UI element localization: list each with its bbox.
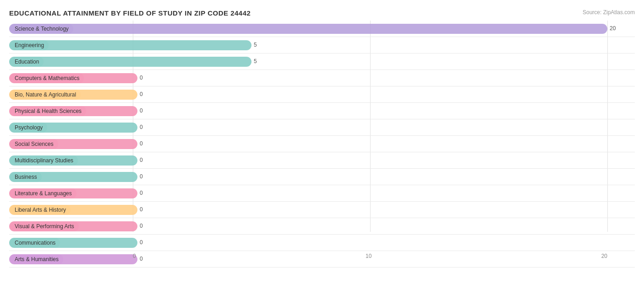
bar-row: Multidisciplinary Studies0 (9, 152, 635, 169)
chart-container: EDUCATIONAL ATTAINMENT BY FIELD OF STUDY… (0, 0, 644, 289)
x-axis-labels: 01020 (9, 253, 635, 259)
x-axis: 01020 (9, 246, 635, 259)
bar-row: Computers & Mathematics0 (9, 70, 635, 86)
bar-row: Science & Technology20 (9, 21, 635, 37)
bar-label: Communications (10, 238, 60, 248)
bar-label: Arts & Humanities (10, 254, 63, 264)
bar-label: Education (10, 57, 44, 67)
chart-source: Source: ZipAtlas.com (583, 9, 635, 16)
x-axis-label: 0 (133, 253, 136, 259)
bar-label: Literature & Languages (10, 188, 76, 198)
bar-value: 5 (254, 42, 257, 48)
bar-row: Engineering5 (9, 37, 635, 54)
bar-row: Liberal Arts & History0 (9, 202, 635, 218)
bar-fill (9, 24, 607, 34)
bar-row: Education5 (9, 54, 635, 70)
bar-value: 0 (140, 206, 143, 213)
bar-value: 0 (140, 223, 143, 229)
bar-label: Business (10, 172, 42, 182)
bar-label: Liberal Arts & History (10, 205, 71, 215)
bar-label: Bio, Nature & Agricultural (10, 90, 81, 100)
bar-row: Bio, Nature & Agricultural0 (9, 86, 635, 103)
bar-row: Social Sciences0 (9, 136, 635, 152)
bar-label: Engineering (10, 40, 49, 50)
bar-row: Physical & Health Sciences0 (9, 103, 635, 119)
bar-value: 0 (140, 75, 143, 81)
x-axis-label: 20 (601, 253, 607, 259)
bar-value: 0 (140, 239, 143, 246)
chart-area: Science & Technology20Engineering5Educat… (9, 21, 635, 259)
chart-title: EDUCATIONAL ATTAINMENT BY FIELD OF STUDY… (9, 9, 635, 17)
bar-label: Physical & Health Sciences (10, 106, 86, 116)
bar-value: 0 (140, 91, 143, 97)
bar-label: Computers & Mathematics (10, 73, 84, 83)
bar-value: 0 (140, 107, 143, 114)
bar-value: 0 (140, 157, 143, 163)
bar-row: Business0 (9, 169, 635, 185)
bar-label: Science & Technology (10, 24, 73, 34)
bar-label: Visual & Performing Arts (10, 221, 79, 231)
bar-value: 0 (140, 140, 143, 147)
bar-label: Multidisciplinary Studies (10, 155, 78, 166)
bar-value: 20 (610, 25, 616, 32)
bar-label: Social Sciences (10, 139, 58, 149)
bar-fill (9, 57, 251, 67)
bars-area: Science & Technology20Engineering5Educat… (9, 21, 635, 246)
bar-value: 0 (140, 190, 143, 196)
bar-row: Visual & Performing Arts0 (9, 218, 635, 235)
bar-row: Literature & Languages0 (9, 185, 635, 202)
x-axis-label: 10 (366, 253, 371, 259)
bar-row: Psychology0 (9, 119, 635, 136)
bar-value: 0 (140, 124, 143, 130)
bar-label: Psychology (10, 123, 47, 133)
bar-value: 0 (140, 173, 143, 180)
bar-value: 5 (254, 58, 257, 64)
